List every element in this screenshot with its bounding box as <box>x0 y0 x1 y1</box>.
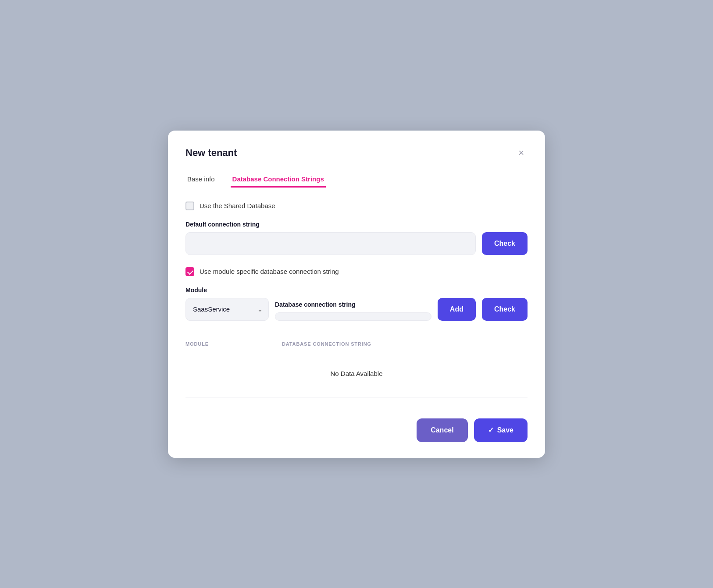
dialog-title: New tenant <box>185 147 237 159</box>
module-check-button[interactable]: Check <box>482 298 528 321</box>
table-no-data-row: No Data Available <box>185 352 528 395</box>
col-db-header: DATABASE CONNECTION STRING <box>282 341 528 347</box>
add-button[interactable]: Add <box>438 298 476 321</box>
module-specific-row: Use module specific database connection … <box>185 267 528 276</box>
db-connection-input[interactable] <box>275 312 431 321</box>
no-data-label: No Data Available <box>185 362 528 385</box>
col-module-header: MODULE <box>185 341 282 347</box>
shared-db-checkbox[interactable] <box>185 202 194 210</box>
db-connection-label: Database connection string <box>275 301 431 308</box>
module-specific-label: Use module specific database connection … <box>200 268 339 275</box>
default-connection-row: Check <box>185 232 528 255</box>
default-connection-label: Default connection string <box>185 221 528 228</box>
default-connection-input[interactable] <box>185 232 476 255</box>
save-button[interactable]: ✓ Save <box>474 418 528 442</box>
new-tenant-dialog: New tenant × Base info Database Connecti… <box>168 131 545 458</box>
tab-db-connection-strings[interactable]: Database Connection Strings <box>231 172 326 188</box>
module-col: Module SaasService ⌄ <box>185 287 269 321</box>
module-label: Module <box>185 287 269 294</box>
dialog-footer: Cancel ✓ Save <box>185 418 528 442</box>
connection-strings-table: MODULE DATABASE CONNECTION STRING No Dat… <box>185 335 528 397</box>
default-connection-section: Default connection string Check <box>185 221 528 255</box>
save-check-icon: ✓ <box>488 426 494 434</box>
close-button[interactable]: × <box>515 146 528 159</box>
tab-base-info[interactable]: Base info <box>185 172 217 188</box>
shared-db-row: Use the Shared Database <box>185 202 528 210</box>
cancel-button[interactable]: Cancel <box>417 418 467 442</box>
default-check-button[interactable]: Check <box>482 232 528 255</box>
module-select-wrapper: SaasService ⌄ <box>185 298 269 321</box>
save-label: Save <box>497 426 513 434</box>
module-specific-checkbox[interactable] <box>185 267 194 276</box>
table-header: MODULE DATABASE CONNECTION STRING <box>185 335 528 352</box>
module-select[interactable]: SaasService <box>185 298 269 321</box>
shared-db-label: Use the Shared Database <box>200 202 275 209</box>
dialog-header: New tenant × <box>185 146 528 159</box>
module-db-row: Module SaasService ⌄ Database connection… <box>185 287 528 321</box>
tabs-bar: Base info Database Connection Strings <box>185 172 528 188</box>
db-connection-col: Database connection string <box>275 301 431 321</box>
